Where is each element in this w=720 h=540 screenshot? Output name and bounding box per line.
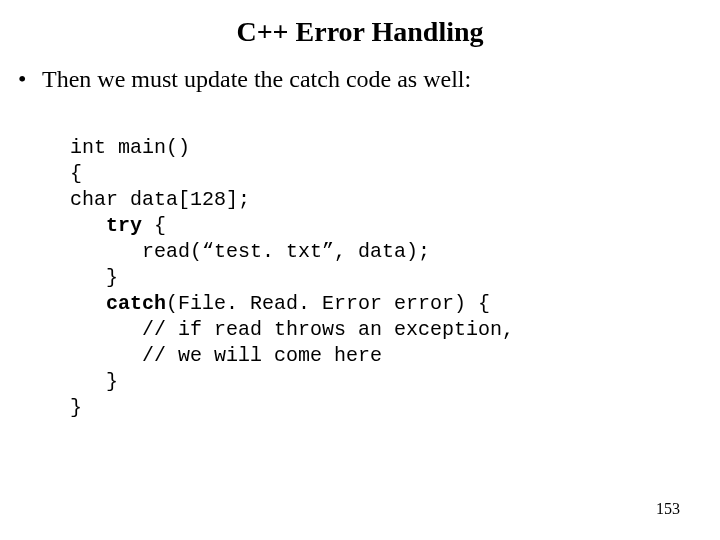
code-line: { [70, 162, 82, 185]
code-line: int main() [70, 136, 190, 159]
code-block: int main() { char data[128]; try { read(… [0, 135, 720, 421]
page-number: 153 [656, 500, 680, 518]
code-line: } [70, 396, 82, 419]
keyword-catch: catch [106, 292, 166, 315]
code-line: (File. Read. Error error) { [166, 292, 490, 315]
code-line: } [70, 370, 118, 393]
keyword-try: try [106, 214, 142, 237]
slide-title: C++ Error Handling [0, 0, 720, 48]
code-line: read(“test. txt”, data); [70, 240, 430, 263]
bullet-text: Then we must update the catch code as we… [42, 66, 720, 93]
bullet-item: • Then we must update the catch code as … [0, 66, 720, 93]
bullet-marker: • [18, 66, 42, 93]
code-line: char data[128]; [70, 188, 250, 211]
code-line: { [142, 214, 166, 237]
code-line: // we will come here [70, 344, 382, 367]
code-line: } [70, 266, 118, 289]
code-line: // if read throws an exception, [70, 318, 514, 341]
